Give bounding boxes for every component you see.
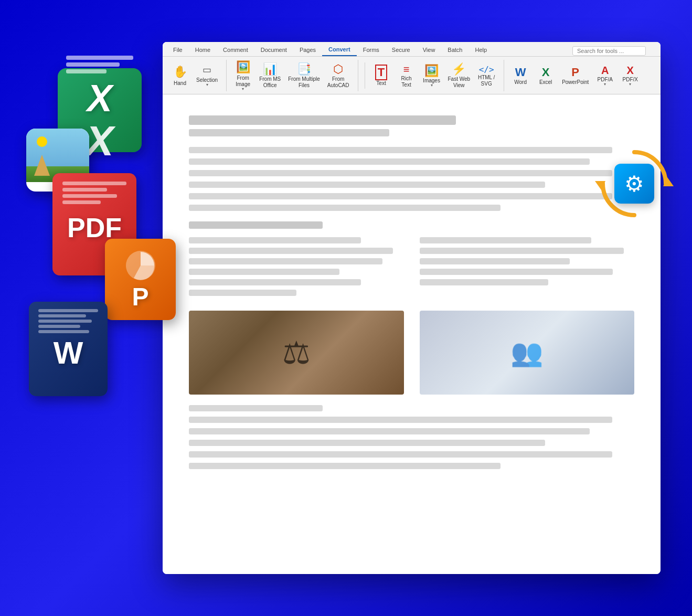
tab-convert[interactable]: Convert (322, 44, 357, 56)
word-file-icon: W (29, 302, 108, 396)
legal-image (189, 311, 404, 395)
two-column-section (189, 237, 634, 300)
fast-web-view-icon: ⚡ (452, 62, 466, 76)
bottom-line-6 (189, 463, 501, 469)
right-column (420, 237, 635, 300)
tab-file[interactable]: File (167, 44, 189, 56)
word-icon: W (515, 66, 526, 79)
left-line-2 (189, 248, 393, 254)
pdf-a-button[interactable]: A PDF/A ▾ (593, 60, 617, 91)
right-line-3 (420, 258, 570, 264)
separator-1 (365, 62, 365, 89)
right-line-2 (420, 248, 624, 254)
tab-comment[interactable]: Comment (217, 44, 254, 56)
doc-subtitle-line (189, 129, 389, 136)
tab-secure[interactable]: Secure (386, 44, 417, 56)
left-line-1 (189, 237, 361, 243)
doc-title-line (189, 115, 456, 125)
office-image (420, 311, 635, 395)
from-image-button[interactable]: 🖼️ FromImage ▾ (231, 60, 255, 91)
tool-group-export: W Word X Excel P PowerPoint A PDF/A ▾ (508, 60, 647, 91)
pdf-a-chevron-icon: ▾ (604, 82, 606, 87)
text-tool-label: Text (376, 80, 386, 87)
toolbar-body: ✋ Hand ▭ Selection ▾ 🖼️ FromImage ▾ (163, 57, 661, 94)
html-svg-label: HTML /SVG (478, 75, 495, 87)
tab-view[interactable]: View (417, 44, 442, 56)
fast-web-view-button[interactable]: ⚡ Fast WebView (445, 60, 474, 91)
body-line-2 (189, 158, 590, 165)
bottom-line-1 (189, 405, 323, 411)
images-button[interactable]: 🖼️ Images ▾ (420, 60, 444, 91)
body-line-1 (189, 147, 612, 153)
tab-forms[interactable]: Forms (357, 44, 386, 56)
bottom-line-5 (189, 451, 612, 458)
gear-icon: ⚙ (624, 171, 644, 197)
word-letter: W (54, 337, 83, 369)
tool-group-hand: ✋ Hand ▭ Selection ▾ (168, 60, 227, 91)
convert-icon-group: ⚙ (592, 142, 676, 226)
tab-help[interactable]: Help (469, 44, 494, 56)
excel-icon: X (542, 66, 550, 79)
section-heading (189, 221, 323, 229)
html-svg-icon: </> (479, 65, 494, 75)
excel-letter: X (87, 79, 112, 117)
tab-document[interactable]: Document (254, 44, 293, 56)
search-input[interactable] (572, 46, 646, 56)
tab-pages[interactable]: Pages (293, 44, 322, 56)
text-tool-button[interactable]: T Text (369, 60, 393, 91)
document-content (163, 94, 661, 574)
images-chevron-icon: ▾ (431, 83, 433, 88)
left-line-5 (189, 279, 361, 285)
selection-chevron-icon: ▾ (206, 82, 208, 87)
from-ms-office-button[interactable]: 📊 From MSOffice (256, 60, 284, 91)
body-line-4 (189, 182, 545, 188)
bottom-line-3 (189, 428, 590, 434)
body-line-6 (189, 205, 501, 211)
powerpoint-icon: P (571, 66, 579, 79)
from-image-icon: 🖼️ (236, 60, 250, 74)
rich-text-icon: ≡ (403, 63, 410, 76)
powerpoint-button[interactable]: P PowerPoint (559, 60, 592, 91)
from-multiple-files-button[interactable]: 📑 From MultipleFiles (285, 60, 323, 91)
from-image-label: FromImage (236, 75, 250, 88)
excel-button[interactable]: X Excel (534, 60, 558, 91)
excel-label: Excel (539, 79, 552, 86)
powerpoint-label: PowerPoint (562, 79, 589, 86)
right-line-5 (420, 279, 549, 285)
body-line-3 (189, 170, 612, 176)
from-ms-office-label: From MSOffice (259, 76, 281, 89)
fast-web-view-label: Fast WebView (448, 76, 471, 89)
toolbar: File Home Comment Document Pages Convert… (163, 42, 661, 94)
hand-icon: ✋ (173, 65, 187, 79)
text-icon: T (375, 65, 387, 80)
pdf-x-icon: X (627, 65, 634, 77)
tool-group-content: T Text ≡ RichText 🖼️ Images ▾ ⚡ Fast Web… (369, 60, 505, 91)
left-line-3 (189, 258, 382, 264)
rich-text-button[interactable]: ≡ RichText (395, 60, 419, 91)
from-ms-office-icon: 📊 (263, 62, 277, 76)
toolbar-tabs: File Home Comment Document Pages Convert… (163, 42, 661, 57)
left-line-6 (189, 290, 296, 296)
from-image-chevron-icon: ▾ (242, 87, 244, 91)
html-svg-button[interactable]: </> HTML /SVG (474, 60, 498, 91)
from-autocad-button[interactable]: ⬡ FromAutoCAD (324, 60, 353, 91)
from-autocad-label: FromAutoCAD (327, 76, 349, 89)
right-line-1 (420, 237, 592, 243)
tool-group-from: 🖼️ FromImage ▾ 📊 From MSOffice 📑 From Mu… (231, 60, 358, 91)
left-column (189, 237, 404, 300)
ppt-letter: P (132, 284, 148, 310)
selection-tool-button[interactable]: ▭ Selection ▾ (193, 60, 221, 91)
from-multiple-files-icon: 📑 (297, 62, 311, 76)
gear-box: ⚙ (614, 164, 654, 204)
document-container: File Home Comment Document Pages Convert… (163, 42, 661, 574)
sun-shape (37, 136, 47, 147)
word-button[interactable]: W Word (508, 60, 533, 91)
tab-home[interactable]: Home (189, 44, 217, 56)
right-line-4 (420, 269, 613, 275)
tab-batch[interactable]: Batch (441, 44, 469, 56)
pdf-x-button[interactable]: X PDF/X ▾ (618, 60, 642, 91)
word-label: Word (514, 79, 527, 86)
left-line-4 (189, 269, 339, 275)
sky-area (26, 129, 89, 166)
hand-tool-button[interactable]: ✋ Hand (168, 60, 192, 91)
